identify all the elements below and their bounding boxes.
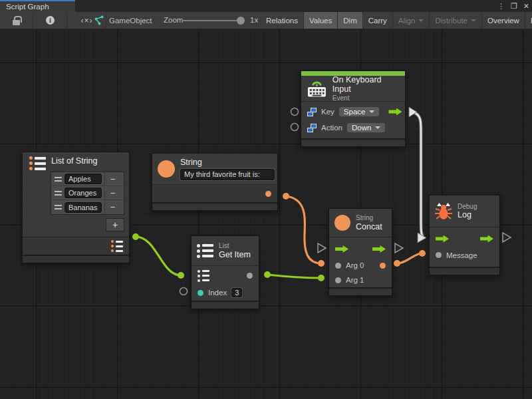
string-type-icon — [334, 215, 350, 231]
list-item-row: Apples − — [51, 172, 124, 186]
key-row: Key Space — [301, 104, 405, 120]
chevron-down-icon — [369, 110, 374, 113]
key-dropdown[interactable]: Space — [339, 107, 380, 116]
window-menu-icon[interactable]: ⋮ — [497, 2, 505, 11]
carry-toggle[interactable]: Carry — [363, 12, 393, 29]
message-input-port[interactable] — [436, 252, 442, 258]
node-category: List — [219, 242, 251, 250]
values-toggle[interactable]: Values — [304, 12, 338, 29]
node-title: Get Item — [219, 250, 251, 259]
node-list-get-item[interactable]: List Get Item Index 3 — [191, 235, 259, 309]
lock-icon — [13, 20, 20, 25]
node-title: List of String — [51, 156, 97, 166]
remove-item-button[interactable]: − — [104, 200, 120, 214]
arg0-row: Arg 0 — [329, 258, 392, 273]
literal-input-icon — [307, 108, 317, 116]
overview-button[interactable]: Overview — [482, 12, 525, 29]
drag-handle-icon[interactable] — [55, 205, 62, 209]
drag-handle-icon[interactable] — [55, 191, 62, 196]
arg1-row: Arg 1 — [329, 273, 392, 287]
arg0-input-port[interactable] — [335, 263, 341, 269]
keyboard-icon — [307, 79, 327, 98]
node-category: String — [356, 214, 382, 222]
script-graph-window: Script Graph ⋮ ❒ ✕ i ‹×› GameObject — [0, 0, 532, 399]
action-label: Action — [321, 124, 342, 132]
message-label: Message — [446, 251, 477, 259]
index-label: Index — [208, 289, 227, 297]
node-title: Log — [458, 210, 477, 219]
info-button[interactable]: i — [34, 12, 67, 29]
remove-item-button[interactable]: − — [104, 186, 120, 200]
arg1-input-port[interactable] — [335, 277, 341, 283]
relations-toggle[interactable]: Relations — [261, 12, 304, 29]
zoom-slider-handle[interactable] — [237, 17, 245, 25]
list-icon — [29, 156, 46, 170]
list-output-port[interactable] — [111, 240, 123, 252]
flow-output-port[interactable] — [480, 235, 493, 243]
list-icon — [197, 244, 213, 258]
remove-item-button[interactable]: − — [104, 172, 120, 186]
flow-output-port[interactable] — [388, 108, 402, 116]
drag-handle-icon[interactable] — [55, 177, 62, 182]
chevron-down-icon — [418, 19, 424, 22]
node-footer — [301, 138, 405, 146]
lock-button[interactable] — [0, 12, 33, 29]
zoom-value: 1x — [250, 16, 258, 24]
flow-output-port[interactable] — [372, 245, 386, 253]
chevron-down-icon — [471, 19, 476, 22]
maximize-icon[interactable]: ❒ — [511, 2, 517, 11]
dim-toggle[interactable]: Dim — [338, 12, 362, 29]
string-output-row — [152, 184, 277, 202]
tab-script-graph[interactable]: Script Graph — [0, 0, 75, 12]
node-title: String — [180, 158, 275, 167]
bug-icon — [435, 201, 452, 221]
node-footer — [329, 287, 392, 295]
key-label: Key — [321, 108, 334, 116]
add-item-button[interactable]: + — [106, 218, 124, 231]
node-footer — [430, 267, 499, 275]
node-title: On Keyboard Input — [332, 75, 400, 94]
string-type-icon — [158, 160, 175, 178]
flow-input-port[interactable] — [436, 235, 449, 243]
distribute-dropdown[interactable]: Distribute — [430, 12, 482, 29]
index-field[interactable]: 3 — [231, 288, 242, 297]
fullscreen-button[interactable]: Full Screen — [525, 12, 532, 29]
index-input-port[interactable] — [198, 290, 203, 296]
graph-toolbar: i ‹×› GameObject Zoom 1x Relations Value… — [0, 12, 532, 29]
node-on-keyboard-input[interactable]: On Keyboard Input Event Key Space Action — [301, 70, 406, 147]
node-string-concat[interactable]: String Concat Arg 0 Arg 1 — [329, 208, 392, 296]
string-value-field[interactable]: My third favorite fruit is: — [180, 169, 275, 180]
close-icon[interactable]: ✕ — [523, 2, 529, 11]
node-subtitle: Event — [332, 94, 400, 102]
node-string-literal[interactable]: String My third favorite fruit is: — [152, 153, 278, 211]
node-footer — [152, 202, 277, 210]
list-item-row: Oranges − — [51, 186, 124, 200]
list-item-row: Bananas − — [51, 200, 124, 214]
graph-reference-icon — [93, 15, 104, 25]
action-value: Down — [352, 124, 371, 132]
node-debug-log[interactable]: Debug Log Message — [429, 195, 500, 275]
align-label: Align — [398, 17, 416, 25]
list-input-port[interactable] — [198, 270, 209, 282]
align-dropdown[interactable]: Align — [393, 12, 430, 29]
list-io-row — [192, 267, 259, 285]
result-output-port[interactable] — [380, 263, 386, 269]
action-dropdown[interactable]: Down — [347, 123, 385, 132]
node-list-of-string[interactable]: List of String Apples − Oranges − Banana… — [22, 152, 130, 263]
node-footer — [192, 301, 259, 309]
info-icon: i — [46, 16, 55, 25]
chevron-down-icon — [375, 126, 380, 129]
node-category: Debug — [458, 203, 477, 211]
list-item-field[interactable]: Bananas — [65, 202, 102, 213]
flow-input-port[interactable] — [335, 245, 348, 253]
list-inline-editor: Apples − Oranges − Bananas − — [51, 172, 124, 215]
code-icon: ‹×› — [81, 16, 93, 25]
arg1-label: Arg 1 — [346, 276, 364, 284]
zoom-label: Zoom — [164, 16, 183, 24]
string-output-port[interactable] — [265, 191, 271, 197]
list-item-field[interactable]: Oranges — [65, 188, 102, 198]
list-item-field[interactable]: Apples — [65, 174, 102, 184]
gameobject-breadcrumb[interactable]: GameObject — [109, 17, 152, 25]
zoom-slider[interactable] — [182, 20, 241, 21]
item-output-port[interactable] — [247, 273, 253, 279]
